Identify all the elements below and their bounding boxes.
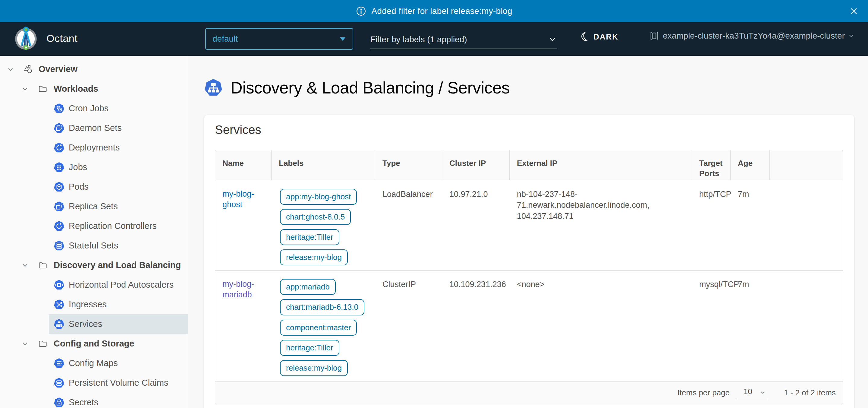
chevron-down-icon <box>759 389 767 396</box>
label-pill[interactable]: app:my-blog-ghost <box>280 189 357 205</box>
card-title: Services <box>215 123 843 137</box>
external-ip-line: 104.237.148.71 <box>517 211 686 222</box>
external-ip-line: nb-104-237-148-71.newark.nodebalancer.li… <box>517 189 686 211</box>
sidebar-item-horizontal-pod-autoscalers[interactable]: Horizontal Pod Autoscalers <box>49 275 188 295</box>
cell-labels: app:my-blog-ghost chart:ghost-8.0.5 heri… <box>272 180 375 270</box>
cell-cluster-ip: 10.109.231.236 <box>442 270 510 381</box>
cell-name: my-blog-mariadb <box>215 270 272 381</box>
sidebar-item-replication-controllers[interactable]: Replication Controllers <box>49 216 188 236</box>
column-header-type: Type <box>375 150 442 180</box>
items-per-page-value: 10 <box>744 387 752 396</box>
sidebar-item-workloads[interactable]: Workloads <box>0 79 188 98</box>
column-header-name: Name <box>215 150 272 180</box>
sidebar-item-label: Discovery and Load Balancing <box>54 260 181 270</box>
column-header-target-ports: Target Ports <box>692 150 731 180</box>
dark-theme-toggle[interactable]: DARK <box>579 32 618 42</box>
cell-labels: app:mariadb chart:mariadb-6.13.0 compone… <box>272 270 375 381</box>
service-link[interactable]: my-blog-ghost <box>222 189 266 210</box>
cell-type: LoadBalancer <box>375 180 442 270</box>
sidebar-item-pods[interactable]: Pods <box>49 177 188 197</box>
folder-icon <box>38 339 48 349</box>
external-ip-line: <none> <box>517 279 686 290</box>
label-pill[interactable]: heritage:Tiller <box>280 340 339 356</box>
sidebar-item-label: Config Maps <box>69 358 118 368</box>
sidebar-item-label: Config and Storage <box>54 339 134 349</box>
label-pill[interactable]: release:my-blog <box>280 250 348 265</box>
sidebar-item-label: Jobs <box>69 162 87 172</box>
kubeconfig-icon <box>650 31 659 40</box>
sidebar-item-config-and-storage[interactable]: Config and Storage <box>0 334 188 353</box>
page-title: Discovery & Load Balancing / Services <box>230 78 510 97</box>
sidebar-item-label: Cron Jobs <box>69 104 108 113</box>
sidebar-item-cron-jobs[interactable]: Cron Jobs <box>49 98 188 118</box>
k8s-cronjob-icon <box>54 103 64 114</box>
sidebar-item-secrets[interactable]: Secrets <box>49 392 188 408</box>
sidebar-item-jobs[interactable]: Jobs <box>49 157 188 177</box>
caret-down-icon <box>340 37 345 41</box>
column-header-labels: Labels <box>272 150 375 180</box>
chevron-down-icon[interactable] <box>21 85 29 93</box>
sidebar-item-label: Secrets <box>69 398 98 407</box>
table-pagination-footer: Items per page 10 1 - 2 of 2 items <box>215 381 843 404</box>
chevron-down-icon <box>548 35 557 44</box>
sidebar-item-services[interactable]: Services <box>49 314 188 334</box>
k8s-daemonset-icon <box>54 123 64 134</box>
label-filter-selector[interactable]: Filter by labels (1 applied) <box>370 30 557 49</box>
cell-type: ClusterIP <box>375 270 442 381</box>
sidebar-item-ingresses[interactable]: Ingresses <box>49 295 188 314</box>
k8s-job-icon <box>54 162 64 173</box>
table-row: my-blog-mariadb app:mariadb chart:mariad… <box>215 270 843 381</box>
info-icon <box>355 6 367 17</box>
k8s-deployment-icon <box>54 142 64 153</box>
overview-icon <box>23 64 33 75</box>
sidebar-item-stateful-sets[interactable]: Stateful Sets <box>49 236 188 255</box>
sidebar-item-label: Replication Controllers <box>69 221 157 231</box>
chevron-down-icon[interactable] <box>7 65 14 73</box>
sidebar-item-label: Services <box>69 319 102 329</box>
k8s-pod-icon <box>54 181 64 193</box>
label-pill[interactable]: component:master <box>280 320 357 336</box>
sidebar-item-label: Deployments <box>69 143 120 153</box>
app-title: Octant <box>46 33 78 44</box>
cluster-context-selector[interactable]: example-cluster-ka3TuTzYo4a@example-clus… <box>650 31 855 41</box>
sidebar-item-label: Daemon Sets <box>69 123 122 133</box>
k8s-replication-controller-icon <box>54 221 64 232</box>
sidebar-item-deployments[interactable]: Deployments <box>49 138 188 157</box>
k8s-configmap-icon <box>54 358 64 369</box>
brand: Octant <box>13 26 78 51</box>
chevron-down-icon[interactable] <box>21 261 29 269</box>
sidebar-item-replica-sets[interactable]: Replica Sets <box>49 197 188 216</box>
services-table: Name Labels Type Cluster IP External IP … <box>215 150 843 404</box>
column-header-cluster-ip: Cluster IP <box>442 150 510 180</box>
k8s-service-icon <box>54 319 64 329</box>
cell-external-ip: <none> <box>510 270 692 381</box>
column-header-spacer <box>770 150 843 180</box>
k8s-hpa-icon <box>54 280 64 290</box>
sidebar-item-discovery-and-load-balancing[interactable]: Discovery and Load Balancing <box>0 255 188 275</box>
theme-label: DARK <box>593 32 618 41</box>
sidebar-item-persistent-volume-claims[interactable]: Persistent Volume Claims <box>49 373 188 392</box>
sidebar-item-config-maps[interactable]: Config Maps <box>49 353 188 373</box>
label-pill[interactable]: heritage:Tiller <box>280 229 339 245</box>
items-per-page-select[interactable]: 10 <box>736 387 767 398</box>
k8s-secret-icon <box>54 397 64 408</box>
label-pill[interactable]: chart:ghost-8.0.5 <box>280 209 351 225</box>
sidebar-item-label: Persistent Volume Claims <box>69 378 168 388</box>
service-link[interactable]: my-blog-mariadb <box>222 279 266 300</box>
services-card: Services Name Labels Type Cluster IP Ext… <box>204 115 854 408</box>
chevron-down-icon[interactable] <box>21 340 29 348</box>
sidebar-item-daemon-sets[interactable]: Daemon Sets <box>49 118 188 138</box>
label-pill[interactable]: app:mariadb <box>280 279 336 295</box>
sidebar-item-overview[interactable]: Overview <box>0 59 188 79</box>
close-icon[interactable] <box>849 6 859 16</box>
label-pill[interactable]: chart:mariadb-6.13.0 <box>280 299 364 315</box>
cell-external-ip: nb-104-237-148-71.newark.nodebalancer.li… <box>510 180 692 270</box>
column-header-age: Age <box>731 150 770 180</box>
namespace-selector[interactable]: default <box>205 28 353 50</box>
label-pill[interactable]: release:my-blog <box>280 360 348 376</box>
octant-logo-icon <box>13 26 38 51</box>
table-row: my-blog-ghost app:my-blog-ghost chart:gh… <box>215 180 843 270</box>
k8s-ingress-icon <box>54 299 64 310</box>
items-per-page-label: Items per page <box>678 388 730 398</box>
cell-target-ports: mysql/TCP <box>692 270 731 381</box>
